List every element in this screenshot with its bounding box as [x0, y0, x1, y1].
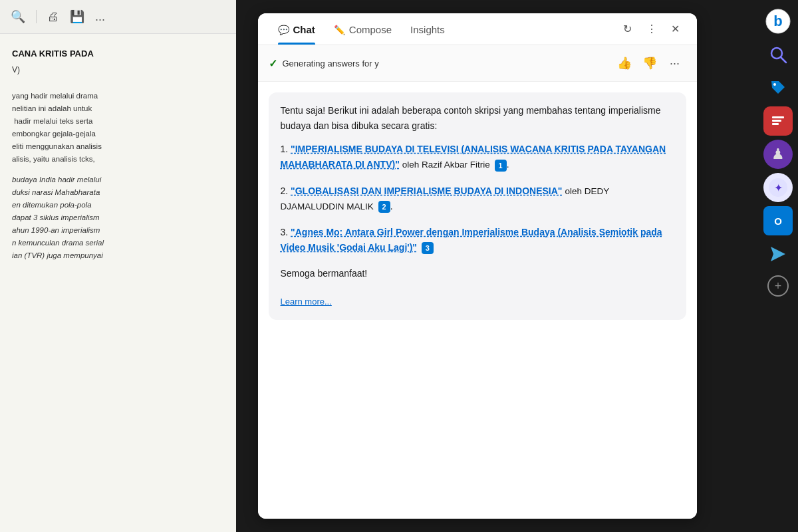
bing-icon[interactable]: b — [763, 7, 793, 36]
chat-tab-icon: 💬 — [278, 25, 289, 35]
list-item: 3. "Agnes Mo: Antara Girl Power dengan I… — [281, 225, 674, 255]
search-icon[interactable]: 🔍 — [11, 9, 25, 24]
svg-text:✦: ✦ — [774, 182, 783, 194]
svg-point-4 — [773, 83, 776, 86]
list-item: 1. "IMPERIALISME BUDAYA DI TELEVISI (ANA… — [281, 142, 674, 172]
feedback-more-button[interactable]: ··· — [664, 52, 686, 74]
item-number-1: 1. — [281, 144, 291, 154]
insights-tab-label: Insights — [410, 24, 445, 35]
doc-subtitle: V) — [12, 64, 224, 76]
doc-title: CANA KRITIS PADA — [12, 47, 224, 61]
learn-more-link[interactable]: Learn more... — [281, 289, 674, 309]
svg-rect-5 — [772, 116, 784, 118]
item-title-2[interactable]: "GLOBALISASI DAN IMPERIALISME BUDAYA DI … — [291, 186, 562, 196]
svg-text:b: b — [773, 13, 782, 29]
compose-tab-label: Compose — [349, 24, 392, 35]
doc-section-2: budaya India hadir melaluiduksi narasi M… — [12, 174, 224, 262]
cite-badge-2[interactable]: 2 — [378, 201, 390, 213]
more-icon[interactable]: ... — [95, 10, 105, 24]
chat-intro: Tentu saja! Berikut ini adalah beberapa … — [281, 103, 674, 134]
tag-sidebar-icon[interactable] — [763, 73, 793, 102]
item-title-3[interactable]: "Agnes Mo: Antara Girl Power dengan Impe… — [281, 227, 662, 253]
svg-rect-6 — [772, 120, 781, 122]
thumbs-up-button[interactable]: 👍 — [613, 52, 636, 74]
tab-chat[interactable]: 💬 Chat — [269, 13, 325, 45]
tools-sidebar-icon[interactable] — [763, 106, 793, 136]
document-panel: 🔍 🖨 💾 ... CANA KRITIS PADA V) yang hadir… — [0, 0, 236, 532]
svg-line-3 — [781, 57, 786, 63]
chess-sidebar-icon[interactable]: ♟ — [763, 140, 793, 169]
main-area: 💬 Chat ✏️ Compose Insights ↻ ⋮ ✕ ✓ Gener… — [236, 0, 798, 532]
status-check-icon: ✓ — [269, 57, 277, 70]
send-sidebar-icon[interactable] — [763, 239, 793, 269]
svg-rect-7 — [772, 123, 779, 125]
chat-panel: 💬 Chat ✏️ Compose Insights ↻ ⋮ ✕ ✓ Gener… — [258, 13, 697, 519]
tab-insights[interactable]: Insights — [401, 13, 454, 45]
tab-compose[interactable]: ✏️ Compose — [325, 13, 401, 45]
svg-marker-10 — [771, 247, 785, 261]
thumbs-down-button[interactable]: 👎 — [638, 52, 661, 74]
item-number-3: 3. — [281, 227, 291, 237]
search-sidebar-icon[interactable] — [763, 40, 793, 69]
doc-paragraph-1: yang hadir melalui dramanelitian ini ada… — [12, 90, 224, 166]
print-icon[interactable]: 🖨 — [47, 10, 59, 24]
toolbar: 🔍 🖨 💾 ... — [0, 0, 236, 34]
chat-tabs: 💬 Chat ✏️ Compose Insights ↻ ⋮ ✕ — [258, 13, 697, 45]
status-text: Generating answers for y — [283, 59, 608, 68]
doc-section-1: yang hadir melalui dramanelitian ini ada… — [12, 90, 224, 166]
add-icon: + — [775, 279, 782, 293]
chat-closing: Semoga bermanfaat! — [281, 266, 674, 281]
chat-tab-label: Chat — [293, 24, 315, 35]
document-content: CANA KRITIS PADA V) yang hadir melalui d… — [0, 34, 236, 283]
feedback-icons: 👍 👎 ··· — [613, 52, 686, 74]
chat-bubble: Tentu saja! Berikut ini adalah beberapa … — [269, 92, 686, 320]
item-author-1: oleh Razif Akbar Fitrie — [402, 160, 490, 170]
cite-badge-3[interactable]: 3 — [422, 242, 434, 254]
doc-paragraph-2: budaya India hadir melaluiduksi narasi M… — [12, 174, 224, 262]
chat-list: 1. "IMPERIALISME BUDAYA DI TELEVISI (ANA… — [281, 142, 674, 255]
add-sidebar-button[interactable]: + — [767, 275, 789, 297]
compose-tab-icon: ✏️ — [334, 25, 345, 35]
cite-badge-1[interactable]: 1 — [495, 160, 507, 172]
outlook-sidebar-icon[interactable]: O — [763, 206, 793, 235]
toolbar-divider — [36, 10, 37, 23]
more-options-button[interactable]: ⋮ — [641, 19, 662, 40]
refresh-button[interactable]: ↻ — [617, 19, 638, 40]
close-button[interactable]: ✕ — [665, 19, 686, 40]
tab-actions: ↻ ⋮ ✕ — [617, 19, 686, 40]
microsoft-sidebar-icon[interactable]: ✦ — [763, 173, 793, 202]
item-number-2: 2. — [281, 186, 291, 196]
status-bar: ✓ Generating answers for y 👍 👎 ··· — [258, 45, 697, 82]
list-item: 2. "GLOBALISASI DAN IMPERIALISME BUDAYA … — [281, 184, 674, 215]
save-icon[interactable]: 💾 — [70, 9, 84, 24]
chat-content: Tentu saja! Berikut ini adalah beberapa … — [258, 82, 697, 519]
right-sidebar: b ♟ — [758, 0, 798, 532]
